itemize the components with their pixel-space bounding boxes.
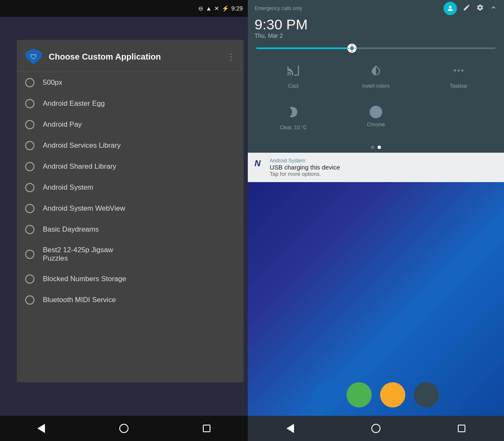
notification-body: Tap for more options. — [270, 171, 497, 177]
current-date: Thu, Mar 2 — [255, 32, 497, 39]
recents-button-right[interactable] — [449, 421, 474, 436]
notification-card[interactable]: N Android System USB charging this devic… — [248, 153, 504, 182]
page-indicator — [248, 142, 504, 152]
radio-button[interactable] — [25, 295, 34, 305]
time-date-row: 9:30 PM Thu, Mar 2 — [248, 17, 504, 42]
quick-settings-panel: Emergency calls only — [248, 0, 504, 152]
taskbar-icon — [452, 64, 465, 80]
radio-button[interactable] — [25, 120, 34, 129]
bottom-nav-right — [248, 416, 504, 441]
app-icon-1 — [313, 382, 338, 407]
quick-tiles-row2: Clear, 10 °C Chrome — [248, 99, 504, 142]
settings-icon[interactable] — [476, 4, 484, 13]
home-button[interactable] — [111, 420, 137, 436]
app-background: 🛡 Choose Custom Application ⋮ 500px Andr… — [0, 17, 248, 416]
weather-tile[interactable]: Clear, 10 °C — [252, 99, 335, 137]
qs-icons-right — [444, 2, 497, 15]
svg-point-3 — [350, 47, 354, 50]
radio-button[interactable] — [25, 162, 34, 171]
wifi-icon: ▲ — [206, 5, 212, 12]
app-icon-2 — [346, 382, 372, 407]
brightness-slider[interactable] — [256, 47, 496, 49]
list-item[interactable]: Blocked Numbers Storage — [17, 269, 244, 290]
taskbar-tile[interactable]: Taskbar — [417, 57, 500, 96]
list-item[interactable]: Android Services Library — [17, 135, 244, 156]
radio-button[interactable] — [25, 141, 34, 150]
list-item[interactable]: Best2 12-425p Jigsaw Puzzles — [17, 240, 244, 269]
right-panel: Emergency calls only — [248, 0, 504, 441]
home-icon — [119, 424, 129, 433]
radio-button[interactable] — [25, 250, 34, 259]
slider-track — [256, 47, 496, 49]
svg-point-8 — [454, 70, 456, 72]
recents-button[interactable] — [194, 421, 219, 436]
radio-button[interactable] — [25, 225, 34, 234]
dialog-header: 🛡 Choose Custom Application ⋮ — [17, 40, 244, 72]
back-button[interactable] — [29, 420, 53, 436]
status-bar-left: ⊖ ▲ ✕ ⚡ 9:29 — [0, 0, 248, 17]
list-item-label: Android Services Library — [43, 141, 121, 150]
taskbar-label: Taskbar — [450, 83, 467, 89]
chrome-icon — [370, 106, 382, 118]
page-dot-1 — [371, 146, 374, 149]
qs-status-bar: Emergency calls only — [248, 0, 504, 17]
cast-tile[interactable]: Cast — [252, 57, 335, 96]
radio-button[interactable] — [25, 204, 34, 213]
cast-label: Cast — [288, 83, 299, 89]
radio-button[interactable] — [25, 183, 34, 192]
quick-tiles-row1: Cast Invert colors — [248, 54, 504, 99]
app-icon-3 — [380, 382, 405, 407]
list-item[interactable]: Android Easter Egg — [17, 93, 244, 114]
list-item-label: Android Easter Egg — [43, 99, 105, 108]
svg-text:🛡: 🛡 — [30, 53, 37, 60]
invert-colors-tile[interactable]: Invert colors — [335, 57, 417, 96]
page-dot-2 — [378, 146, 381, 149]
user-avatar[interactable] — [444, 2, 457, 15]
chrome-label: Chrome — [367, 122, 385, 128]
notification-app-name: Android System — [270, 158, 497, 164]
choose-app-dialog: 🛡 Choose Custom Application ⋮ 500px Andr… — [17, 40, 244, 382]
shield-app-icon: 🛡 — [25, 48, 42, 65]
list-item-label: Android System WebView — [43, 204, 125, 213]
invert-colors-label: Invert colors — [362, 83, 389, 89]
back-icon — [37, 424, 45, 433]
wallpaper-app-icons — [248, 374, 504, 416]
left-panel: ⊖ ▲ ✕ ⚡ 9:29 🛡 Choose Custom Application… — [0, 0, 248, 441]
clear-night-icon — [287, 106, 299, 121]
radio-button[interactable] — [25, 99, 34, 108]
recents-icon-right — [458, 425, 465, 432]
expand-icon[interactable] — [490, 4, 497, 13]
recents-icon — [203, 425, 210, 432]
radio-button[interactable] — [25, 78, 34, 87]
list-item-multiline-text: Best2 12-425p Jigsaw Puzzles — [43, 246, 113, 263]
back-button-right[interactable] — [278, 420, 302, 436]
wallpaper-preview — [248, 182, 504, 416]
android-n-icon: N — [255, 159, 265, 169]
edit-icon[interactable] — [463, 4, 470, 13]
home-button-right[interactable] — [363, 420, 389, 436]
svg-point-9 — [457, 70, 459, 72]
list-item[interactable]: Android Pay — [17, 114, 244, 135]
notification-content: Android System USB charging this device … — [270, 158, 497, 177]
list-item[interactable]: Android System — [17, 177, 244, 198]
list-item[interactable]: Android System WebView — [17, 198, 244, 219]
list-item-label: Android System — [43, 183, 93, 192]
slider-fill — [256, 47, 352, 49]
status-icons-left: ⊖ ▲ ✕ ⚡ 9:29 — [198, 5, 243, 12]
signal-icon: ✕ — [214, 5, 219, 12]
current-time: 9:30 PM — [255, 17, 497, 32]
list-item[interactable]: 500px — [17, 72, 244, 93]
list-item[interactable]: Basic Daydreams — [17, 219, 244, 240]
list-item-label: Android Shared Library — [43, 162, 116, 171]
app-list: 500px Android Easter Egg Android Pay And… — [17, 72, 244, 382]
weather-label: Clear, 10 °C — [280, 125, 307, 130]
list-item[interactable]: Android Shared Library — [17, 156, 244, 177]
list-item[interactable]: Bluetooth MIDI Service — [17, 290, 244, 311]
chrome-tile[interactable]: Chrome — [335, 99, 417, 137]
more-options-icon[interactable]: ⋮ — [227, 52, 235, 62]
status-time-left: 9:29 — [231, 5, 243, 12]
list-item-label: Basic Daydreams — [43, 225, 99, 234]
radio-button[interactable] — [25, 274, 34, 284]
slider-thumb[interactable] — [347, 44, 357, 53]
home-icon-right — [371, 424, 381, 433]
